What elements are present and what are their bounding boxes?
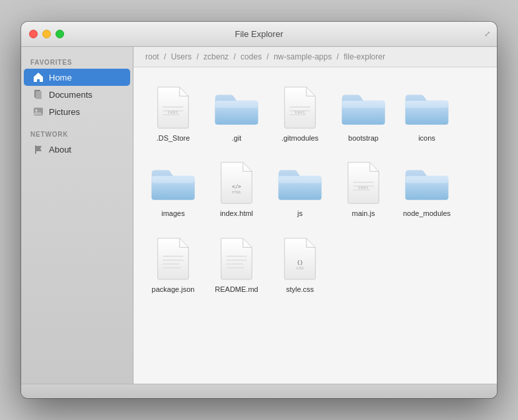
folder-icon bbox=[213, 83, 260, 131]
list-item[interactable]: js bbox=[271, 153, 329, 223]
svg-rect-18 bbox=[406, 101, 449, 108]
files-area: text .DS_Store .git bbox=[133, 67, 497, 384]
list-item[interactable]: text main.js bbox=[334, 153, 392, 223]
list-item[interactable]: text .DS_Store bbox=[144, 78, 202, 148]
list-item[interactable]: package.json bbox=[144, 229, 202, 299]
file-name: package.json bbox=[152, 285, 195, 294]
list-item[interactable]: README.md bbox=[207, 229, 266, 299]
favorites-label: FAVORITES bbox=[21, 55, 133, 69]
svg-rect-16 bbox=[342, 101, 385, 108]
svg-text:HTML: HTML bbox=[232, 191, 242, 195]
text-file-icon: text bbox=[276, 83, 324, 131]
list-item[interactable]: .git bbox=[207, 78, 266, 148]
pictures-icon bbox=[33, 106, 44, 117]
svg-text:text: text bbox=[295, 110, 305, 115]
home-icon bbox=[33, 72, 44, 83]
breadcrumb-users[interactable]: Users bbox=[171, 52, 192, 61]
sidebar-item-about[interactable]: About bbox=[24, 141, 130, 158]
generic-file-icon bbox=[213, 234, 260, 282]
html-file-icon: </> HTML bbox=[213, 158, 260, 206]
folder-icon bbox=[403, 158, 451, 206]
list-item[interactable]: {} CSS style.css bbox=[271, 229, 329, 299]
breadcrumb-root[interactable]: root bbox=[145, 52, 159, 61]
css-file-icon: {} CSS bbox=[276, 234, 324, 282]
maximize-button[interactable] bbox=[56, 30, 64, 38]
file-name: bootstrap bbox=[348, 133, 379, 143]
file-name: .git bbox=[232, 133, 242, 143]
breadcrumb: root / Users / zcbenz / codes / nw-sampl… bbox=[133, 47, 497, 67]
svg-text:text: text bbox=[168, 110, 178, 115]
folder-icon bbox=[149, 158, 197, 206]
list-item[interactable]: icons bbox=[398, 78, 456, 148]
list-item[interactable]: </> HTML index.html bbox=[207, 153, 266, 223]
sidebar-item-documents-label: Documents bbox=[49, 90, 92, 100]
file-name: js bbox=[297, 209, 303, 218]
folder-icon bbox=[403, 83, 451, 131]
svg-text:text: text bbox=[358, 185, 369, 190]
sidebar-item-home[interactable]: Home bbox=[24, 69, 130, 86]
generic-file-icon bbox=[149, 234, 197, 282]
list-item[interactable]: images bbox=[144, 153, 202, 223]
list-item[interactable]: node_modules bbox=[398, 153, 456, 223]
minimize-button[interactable] bbox=[42, 30, 51, 38]
statusbar bbox=[21, 384, 497, 398]
documents-icon bbox=[33, 89, 44, 100]
text-file-icon: text bbox=[340, 158, 387, 206]
svg-text:CSS: CSS bbox=[297, 266, 304, 270]
svg-rect-4 bbox=[35, 145, 36, 154]
svg-text:</>: </> bbox=[232, 184, 241, 190]
text-file-icon: text bbox=[149, 83, 197, 131]
folder-icon bbox=[340, 83, 387, 131]
sidebar-item-pictures[interactable]: Pictures bbox=[24, 103, 130, 120]
window-title: File Explorer bbox=[235, 29, 283, 39]
svg-rect-10 bbox=[215, 101, 258, 108]
list-item[interactable]: bootstrap bbox=[334, 78, 392, 148]
svg-text:{}: {} bbox=[297, 259, 303, 265]
traffic-lights bbox=[29, 30, 64, 38]
close-button[interactable] bbox=[29, 30, 38, 38]
file-name: images bbox=[161, 209, 184, 218]
content-area: FAVORITES Home Documents bbox=[21, 47, 497, 384]
flag-icon bbox=[33, 144, 44, 155]
folder-icon bbox=[276, 158, 324, 206]
breadcrumb-nw-sample-apps[interactable]: nw-sample-apps bbox=[274, 52, 332, 61]
titlebar: File Explorer ⤢ bbox=[21, 22, 497, 47]
sidebar-item-documents[interactable]: Documents bbox=[24, 86, 130, 103]
svg-rect-1 bbox=[36, 91, 42, 99]
breadcrumb-file-explorer[interactable]: file-explorer bbox=[344, 52, 385, 61]
file-name: icons bbox=[418, 133, 435, 143]
svg-rect-20 bbox=[152, 176, 195, 184]
file-name: index.html bbox=[220, 209, 253, 218]
file-name: .DS_Store bbox=[157, 133, 190, 143]
list-item[interactable]: text .gitmodules bbox=[271, 78, 329, 148]
sidebar-item-home-label: Home bbox=[49, 73, 72, 83]
svg-rect-30 bbox=[406, 176, 449, 184]
resize-icon[interactable]: ⤢ bbox=[484, 30, 490, 38]
file-name: style.css bbox=[286, 285, 314, 294]
sidebar: FAVORITES Home Documents bbox=[21, 47, 133, 384]
main-area: root / Users / zcbenz / codes / nw-sampl… bbox=[133, 47, 497, 384]
sidebar-item-pictures-label: Pictures bbox=[49, 107, 80, 117]
file-name: .gitmodules bbox=[281, 133, 318, 143]
file-name: node_modules bbox=[403, 209, 451, 218]
breadcrumb-zcbenz[interactable]: zcbenz bbox=[204, 52, 229, 61]
sidebar-item-about-label: About bbox=[49, 145, 71, 155]
file-name: README.md bbox=[215, 285, 258, 294]
file-name: main.js bbox=[352, 209, 375, 218]
network-label: NETWORK bbox=[21, 127, 133, 141]
window: File Explorer ⤢ FAVORITES Home Documents bbox=[21, 22, 497, 398]
svg-rect-24 bbox=[279, 176, 322, 184]
breadcrumb-codes[interactable]: codes bbox=[240, 52, 262, 61]
